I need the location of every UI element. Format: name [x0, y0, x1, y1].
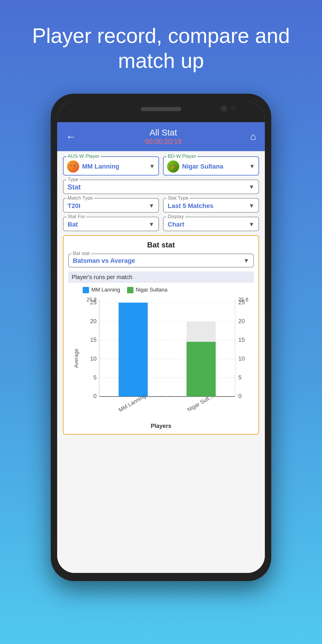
- camera: [221, 105, 227, 112]
- home-button[interactable]: ⌂: [250, 131, 256, 142]
- svg-text:20: 20: [238, 318, 245, 324]
- header-center: All Stat 00:00:20:19: [145, 128, 182, 146]
- phone-inner: ← All Stat 00:00:20:19 ⌂ AUS-W Player: [57, 102, 265, 573]
- header-subtitle: 00:00:20:19: [145, 138, 182, 146]
- display-label: Display: [167, 214, 185, 220]
- bd-player-selector[interactable]: BD-W Player 🏏 Nigar Sultana ▼: [163, 156, 259, 176]
- bat-stat-label: Bat stat: [72, 251, 91, 256]
- app-header: ← All Stat 00:00:20:19 ⌂: [57, 122, 265, 151]
- hero-title: Player record, compare and match up: [0, 0, 322, 88]
- y-axis-label: Average: [73, 348, 79, 368]
- match-type-arrow: ▼: [149, 202, 154, 209]
- svg-text:25.8: 25.8: [238, 297, 248, 303]
- display-arrow: ▼: [249, 221, 254, 228]
- stat-type-selector[interactable]: Stat Type Last 5 Matches ▼: [163, 198, 259, 213]
- svg-text:0: 0: [238, 393, 242, 399]
- chart-subtitle: Player's runs per match: [68, 272, 254, 283]
- svg-text:20: 20: [90, 318, 97, 324]
- legend-green-box: [127, 287, 133, 293]
- stat-for-arrow: ▼: [149, 221, 154, 228]
- nigar-sultana-bar: [187, 342, 216, 396]
- svg-text:25.8: 25.8: [86, 297, 97, 303]
- bd-player-name: Nigar Sultana: [182, 163, 246, 170]
- match-type-selector[interactable]: Match Type T20I ▼: [63, 198, 159, 213]
- svg-text:10: 10: [90, 355, 97, 362]
- bd-player-label: BD-W Player: [167, 153, 197, 159]
- bar-chart-svg: 0 5 10 15 20 25 25.8 0 5: [80, 296, 248, 419]
- notch-bar: [57, 102, 265, 122]
- svg-text:5: 5: [93, 374, 97, 380]
- chart-card-title: Bat stat: [68, 240, 254, 249]
- svg-text:15: 15: [238, 337, 245, 343]
- svg-text:0: 0: [93, 393, 97, 399]
- bat-stat-arrow: ▼: [243, 257, 249, 264]
- header-title: All Stat: [145, 128, 182, 138]
- aus-player-name: MM Lanning: [82, 163, 146, 170]
- svg-text:15: 15: [90, 337, 97, 343]
- sensor: [231, 106, 236, 111]
- bd-dropdown-arrow: ▼: [249, 163, 255, 170]
- speaker: [141, 107, 181, 111]
- type-label: Type: [66, 177, 79, 182]
- type-selector[interactable]: Type Stat ▼: [63, 180, 259, 194]
- svg-text:10: 10: [238, 355, 245, 362]
- bat-stat-value: Batsman vs Average: [73, 257, 135, 265]
- mm-lanning-avatar: 🏏: [67, 160, 79, 173]
- player-row: AUS-W Player 🏏 MM Lanning ▼ BD-W Player …: [63, 156, 259, 176]
- svg-text:5: 5: [238, 374, 242, 380]
- stat-type-arrow: ▼: [249, 202, 254, 209]
- bat-stat-selector[interactable]: Bat stat Batsman vs Average ▼: [68, 254, 254, 267]
- legend-mm-label: MM Lanning: [91, 287, 120, 293]
- aus-player-label: AUS-W Player: [66, 153, 101, 159]
- aus-player-selector[interactable]: AUS-W Player 🏏 MM Lanning ▼: [63, 156, 159, 176]
- stat-for-selector[interactable]: Stat For Bat ▼: [63, 217, 159, 231]
- mm-lanning-bar: [119, 303, 148, 396]
- hero-section: Player record, compare and match up: [0, 0, 322, 88]
- aus-dropdown-arrow: ▼: [149, 163, 155, 170]
- stat-display-row: Stat For Bat ▼ Display Chart ▼: [63, 217, 259, 231]
- phone-mockup: ← All Stat 00:00:20:19 ⌂ AUS-W Player: [51, 94, 271, 581]
- app-content: AUS-W Player 🏏 MM Lanning ▼ BD-W Player …: [57, 151, 265, 440]
- app-screen: ← All Stat 00:00:20:19 ⌂ AUS-W Player: [57, 122, 265, 573]
- match-type-value: T20I: [68, 202, 80, 210]
- nigar-sultana-avatar: 🏏: [167, 160, 179, 173]
- chart-card: Bat stat Bat stat Batsman vs Average ▼ P…: [63, 235, 259, 435]
- legend-nigar-label: Nigar Sultana: [136, 287, 167, 293]
- type-dropdown-arrow: ▼: [249, 184, 254, 190]
- legend-mm-lanning: MM Lanning: [83, 287, 120, 293]
- display-value: Chart: [168, 221, 184, 228]
- match-type-label: Match Type: [66, 195, 94, 201]
- back-button[interactable]: ←: [66, 131, 76, 143]
- legend-blue-box: [83, 287, 89, 293]
- stat-for-value: Bat: [68, 221, 78, 228]
- match-stat-row: Match Type T20I ▼ Stat Type Last 5 Match…: [63, 198, 259, 213]
- type-value: Stat: [68, 183, 81, 191]
- legend-nigar-sultana: Nigar Sultana: [127, 287, 167, 293]
- stat-for-label: Stat For: [66, 214, 86, 220]
- chart-legend: MM Lanning Nigar Sultana: [83, 287, 254, 293]
- stat-type-label: Stat Type: [167, 195, 190, 201]
- phone-shell: ← All Stat 00:00:20:19 ⌂ AUS-W Player: [51, 94, 271, 581]
- chart-container: Average: [80, 296, 248, 420]
- display-selector[interactable]: Display Chart ▼: [163, 217, 259, 231]
- stat-type-value: Last 5 Matches: [168, 202, 214, 210]
- x-axis-label: Players: [68, 423, 254, 429]
